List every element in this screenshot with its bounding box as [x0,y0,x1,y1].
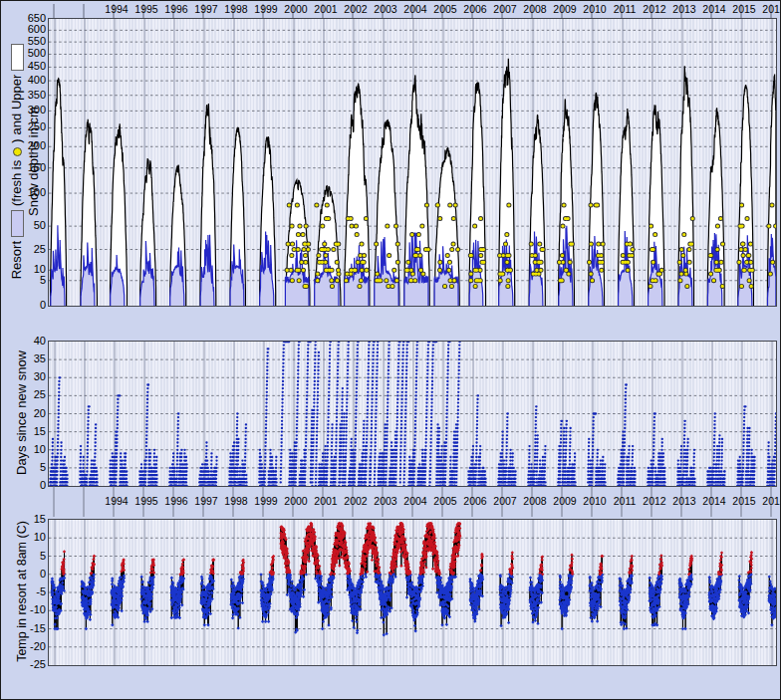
snow-tick-label: 50 [4,219,46,231]
year-label-mid: 2015 [729,494,759,509]
snow-tick-label: 300 [4,104,46,116]
year-label-top: 2008 [520,2,550,17]
year-label-top: 2002 [341,2,371,17]
snow-tick-label: 5 [4,274,46,286]
year-label-top: 1996 [161,2,191,17]
year-label-mid: 2011 [610,494,640,509]
days-since-snow-plot [49,342,776,486]
year-label-mid: 1998 [221,494,251,509]
temperature-panel [48,519,777,666]
year-label-mid: 2003 [371,494,400,509]
year-label-mid: 1994 [102,494,131,509]
days-tick-label: 15 [4,425,46,437]
snow-tick-label: 450 [4,60,46,72]
days-tick-label: 20 [4,407,46,419]
temp-tick-label: -5 [4,585,46,597]
temperature-plot [49,520,776,665]
snow-tick-label: 350 [4,89,46,101]
year-label-mid: 2000 [281,494,311,509]
year-label-mid: 2014 [699,494,729,509]
year-label-mid: 1995 [131,494,161,509]
days-tick-label: 10 [4,443,46,455]
year-label-mid: 2016 [759,494,781,509]
temp-tick-label: 15 [4,513,46,525]
year-label-top: 2013 [669,2,699,17]
temp-tick-label: 0 [4,568,46,580]
year-label-mid: 2002 [341,494,371,509]
year-label-top: 2001 [311,2,341,17]
year-label-mid: 1996 [161,494,191,509]
snow-tick-label: 100 [4,186,46,198]
days-tick-label: 30 [4,370,46,382]
snow-tick-label: 0 [4,299,46,311]
year-label-top: 2010 [580,2,610,17]
days-tick-label: 25 [4,388,46,400]
snow-tick-label: 25 [4,243,46,255]
snow-depth-panel [48,18,777,307]
year-label-mid: 2008 [520,494,550,509]
year-label-mid: 1999 [251,494,281,509]
year-label-mid: 2007 [490,494,520,509]
snow-tick-label: 550 [4,35,46,47]
year-label-mid: 2012 [640,494,669,509]
year-label-top: 2000 [281,2,311,17]
temp-tick-label: -20 [4,640,46,652]
temp-tick-label: 5 [4,550,46,562]
year-label-top: 2011 [610,2,640,17]
snow-tick-label: 650 [4,12,46,24]
year-label-mid: 2001 [311,494,341,509]
year-label-top: 1997 [191,2,221,17]
temp-tick-label: 10 [4,531,46,543]
year-label-mid: 2004 [400,494,430,509]
days-since-snow-panel [48,341,777,487]
year-label-top: 2014 [699,2,729,17]
snow-tick-label: 600 [4,23,46,35]
year-label-mid: 2006 [460,494,490,509]
snow-tick-label: 200 [4,139,46,151]
snow-tick-label: 150 [4,161,46,173]
days-tick-label: 35 [4,352,46,364]
snow-tick-label: 400 [4,74,46,86]
snow-tick-label: 500 [4,47,46,59]
year-label-mid: 2010 [580,494,610,509]
snow-history-chart: Resort (fresh is ) and Upper Snow depths… [0,0,781,700]
year-label-top: 2003 [371,2,400,17]
temp-tick-label: -10 [4,603,46,615]
temp-tick-label: -15 [4,622,46,634]
year-label-top: 2009 [550,2,580,17]
year-label-top: 2004 [400,2,430,17]
year-label-top: 2015 [729,2,759,17]
year-label-top: 2006 [460,2,490,17]
year-label-top: 1995 [131,2,161,17]
year-label-top: 1994 [102,2,131,17]
days-tick-label: 0 [4,479,46,491]
year-label-top: 2007 [490,2,520,17]
year-label-top: 1999 [251,2,281,17]
days-tick-label: 40 [4,335,46,347]
year-label-mid: 2009 [550,494,580,509]
temp-tick-label: -25 [4,658,46,670]
year-label-mid: 2005 [430,494,460,509]
year-label-mid: 2013 [669,494,699,509]
year-label-mid: 1997 [191,494,221,509]
snow-depth-plot [49,19,776,306]
days-tick-label: 5 [4,461,46,473]
year-label-top: 2012 [640,2,669,17]
year-label-top: 2016 [759,2,781,17]
year-label-top: 2005 [430,2,460,17]
year-label-top: 1998 [221,2,251,17]
snow-tick-label: 250 [4,120,46,132]
